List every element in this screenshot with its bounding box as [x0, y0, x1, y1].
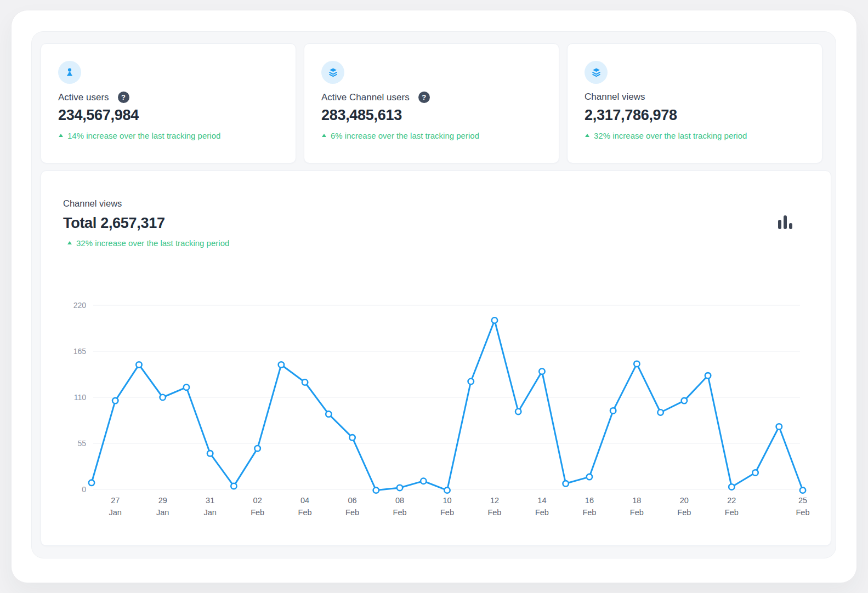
stat-card-active-channel-users: Active Channel users ? 283,485,613 6% in… — [304, 43, 559, 163]
analytics-panel: Active users ? 234,567,984 14% increase … — [31, 31, 836, 558]
chart-point[interactable] — [705, 373, 711, 378]
trend-row: 32% increase over the last tracking peri… — [585, 131, 747, 140]
x-axis-tick: 06Feb — [345, 496, 359, 517]
chart-point[interactable] — [136, 362, 141, 367]
y-axis-tick: 220 — [73, 301, 87, 310]
x-axis-tick: 27Jan — [109, 496, 122, 517]
chart-point[interactable] — [492, 317, 497, 323]
x-axis-tick: 04Feb — [298, 496, 312, 517]
y-axis-tick: 165 — [73, 347, 87, 356]
chart-point[interactable] — [421, 478, 426, 484]
trend-text: 32% increase over the last tracking peri… — [76, 238, 229, 248]
stat-label: Active users — [58, 92, 109, 103]
outer-frame: Active users ? 234,567,984 14% increase … — [11, 10, 857, 583]
x-axis-tick: 25Feb — [796, 496, 810, 517]
chart-point[interactable] — [373, 487, 379, 493]
chart-point[interactable] — [539, 368, 544, 374]
chart-point[interactable] — [231, 483, 236, 489]
stat-value: 234,567,984 — [58, 107, 139, 124]
stat-label-row: Active Channel users ? — [321, 92, 430, 103]
layers-icon — [321, 61, 344, 84]
trend-up-icon — [59, 134, 63, 137]
user-icon — [58, 61, 81, 84]
chart-point[interactable] — [515, 409, 521, 414]
trend-text: 6% increase over the last tracking perio… — [331, 131, 479, 140]
x-axis-tick: 12Feb — [487, 496, 501, 517]
x-axis-tick: 02Feb — [251, 496, 264, 517]
chart-point[interactable] — [279, 362, 284, 367]
help-icon[interactable]: ? — [118, 92, 129, 103]
chart-point[interactable] — [112, 398, 118, 403]
chart-point[interactable] — [610, 408, 616, 413]
bar-chart-icon[interactable] — [778, 210, 795, 229]
chart-point[interactable] — [207, 451, 213, 456]
chart-point[interactable] — [776, 424, 782, 429]
chart-point[interactable] — [752, 470, 758, 475]
x-axis-tick: 08Feb — [393, 496, 407, 517]
layers-icon — [585, 61, 608, 84]
stat-value: 2,317,786,978 — [585, 107, 677, 124]
trend-text: 32% increase over the last tracking peri… — [594, 131, 747, 140]
chart-point[interactable] — [444, 487, 450, 493]
stat-label: Active Channel users — [321, 92, 410, 103]
chart-point[interactable] — [89, 480, 94, 486]
stat-value: 283,485,613 — [321, 107, 402, 124]
x-axis-tick: 20Feb — [677, 496, 691, 517]
user-icon-glyph — [64, 66, 76, 78]
chart-point[interactable] — [160, 395, 166, 400]
y-axis-tick: 55 — [77, 439, 86, 448]
chart-point[interactable] — [326, 411, 331, 417]
trend-row: 6% increase over the last tracking perio… — [322, 131, 479, 140]
dashboard-page: Active users ? 234,567,984 14% increase … — [0, 0, 868, 593]
chart-point[interactable] — [397, 485, 402, 491]
x-axis-tick: 10Feb — [440, 496, 454, 517]
trend-row: 32% increase over the last tracking peri… — [67, 238, 229, 248]
trend-up-icon — [585, 134, 589, 137]
x-axis-tick: 18Feb — [630, 496, 644, 517]
chart-point[interactable] — [682, 398, 687, 403]
layers-icon-glyph — [590, 66, 603, 79]
chart-point[interactable] — [657, 409, 663, 415]
x-axis-tick: 22Feb — [725, 496, 739, 517]
y-axis-tick: 0 — [82, 485, 86, 494]
chart-point[interactable] — [587, 474, 592, 480]
chart-point[interactable] — [302, 379, 308, 385]
stat-card-channel-views: Channel views 2,317,786,978 32% increase… — [567, 43, 822, 163]
chart-point[interactable] — [184, 384, 189, 390]
stat-label-row: Active users ? — [58, 92, 129, 103]
chart-title: Channel views — [63, 198, 122, 209]
x-axis-tick: 31Jan — [203, 496, 216, 517]
stat-card-active-users: Active users ? 234,567,984 14% increase … — [41, 43, 296, 163]
chart-card: 05511016522027Jan29Jan31Jan02Feb04Feb06F… — [41, 170, 831, 546]
trend-row: 14% increase over the last tracking peri… — [59, 131, 220, 140]
chart-point[interactable] — [468, 379, 474, 384]
x-axis-tick: 16Feb — [582, 496, 596, 517]
trend-up-icon — [67, 241, 72, 244]
stat-label: Channel views — [585, 92, 645, 102]
chart-point[interactable] — [254, 446, 260, 451]
y-axis-tick: 110 — [74, 393, 87, 402]
x-axis-tick: 14Feb — [535, 496, 549, 517]
chart-point[interactable] — [729, 484, 734, 489]
trend-text: 14% increase over the last tracking peri… — [67, 131, 220, 140]
x-axis-tick: 29Jan — [156, 496, 169, 517]
chart-point[interactable] — [349, 435, 355, 440]
chart-total: Total 2,657,317 — [63, 215, 165, 232]
trend-up-icon — [322, 134, 326, 137]
stat-label-row: Channel views — [585, 92, 645, 102]
chart-point[interactable] — [634, 361, 639, 367]
help-icon[interactable]: ? — [418, 92, 430, 103]
chart-point[interactable] — [563, 481, 568, 486]
series-line — [92, 320, 803, 490]
chart-point[interactable] — [800, 487, 805, 493]
layers-icon-glyph — [327, 66, 339, 79]
